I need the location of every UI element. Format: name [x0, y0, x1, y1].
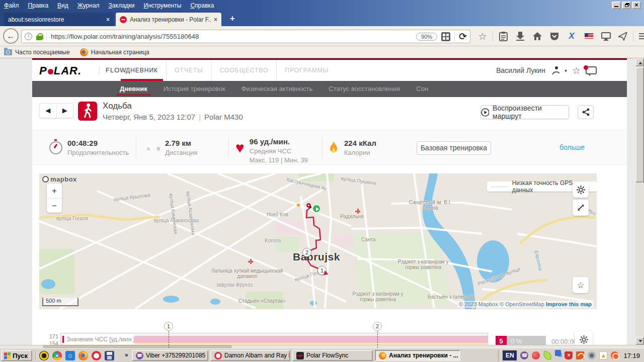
taskbar-button-flowsync[interactable]: Polar FlowSync	[292, 350, 373, 361]
camera-tray-icon[interactable]	[588, 351, 596, 359]
subnav-item[interactable]: Сон	[408, 81, 436, 97]
prev-next-control: ◀ ▶	[39, 103, 73, 118]
nav-дневник[interactable]: ДНЕВНИК	[118, 60, 166, 81]
viber-tray-icon[interactable]: ☎	[520, 351, 528, 359]
lap-marker-1[interactable]: 1	[164, 322, 173, 331]
zoom-in-button[interactable]: +	[47, 184, 62, 198]
menu-item[interactable]: Файл	[4, 2, 19, 9]
bookmark-star-icon[interactable]: ☆	[474, 32, 491, 41]
user-block[interactable]: Василий Лукин ▾ ☆	[496, 60, 597, 81]
taskbar-button-firefox[interactable]: Анализ тренировки - ...	[375, 350, 460, 361]
minimize-button[interactable]	[612, 2, 621, 9]
scroll-down-button[interactable]	[635, 337, 644, 345]
taskbar-clock[interactable]: 17:19	[622, 352, 643, 359]
route-map[interactable]: вуліца Крыловавуліца Гогалявуліца Ламано…	[39, 173, 597, 309]
usb-tray-icon[interactable]	[532, 351, 540, 359]
subnav-item[interactable]: Дневник	[112, 81, 155, 97]
floppy-icon[interactable]	[105, 351, 114, 360]
reload-icon[interactable]: ⟳	[454, 32, 467, 41]
tab-close-icon[interactable]: ×	[106, 16, 110, 23]
zoom-level-badge[interactable]: 90%	[416, 33, 437, 41]
home-icon[interactable]: ⌂	[65, 351, 75, 360]
menu-item[interactable]: Правка	[28, 2, 49, 9]
opera-icon[interactable]	[92, 351, 101, 360]
back-button[interactable]: ←	[3, 28, 19, 44]
display-icon[interactable]	[597, 32, 614, 41]
nav-отчеты[interactable]: ОТЧЕТЫ	[166, 60, 211, 81]
lock-icon[interactable]	[36, 33, 42, 40]
scrollbar-thumb[interactable]	[635, 67, 644, 183]
subnav-item[interactable]: Статус восстановления	[320, 81, 408, 97]
user-name[interactable]: Василий Лукин	[496, 66, 545, 74]
download-icon[interactable]	[512, 32, 529, 41]
chart-legend: Значение ЧСС [уд./мин.]	[61, 334, 135, 344]
notes-icon[interactable]	[495, 31, 512, 41]
leaf-tray-icon[interactable]	[543, 351, 552, 360]
mapbox-logo[interactable]: mapbox	[42, 175, 77, 183]
more-link[interactable]: больше	[559, 143, 585, 151]
zoom-out-button[interactable]: −	[47, 198, 62, 213]
quick-launch-overflow[interactable]: »	[125, 351, 128, 358]
chevron-down-icon[interactable]: ▾	[565, 68, 567, 73]
lap-marker-2[interactable]: 2	[373, 322, 382, 331]
menu-item[interactable]: Вид	[57, 2, 68, 9]
training-benefit-button[interactable]: Базовая тренировка	[417, 141, 491, 155]
hr-chart-strip[interactable]: 171 154 Значение ЧСС [уд./мин.] 12 5 0 %…	[32, 322, 627, 348]
start-button[interactable]: Пуск	[1, 350, 32, 361]
subnav-item[interactable]: История тренировок	[155, 81, 233, 97]
route-play-icon[interactable]	[312, 205, 320, 213]
share-button[interactable]	[578, 105, 594, 119]
map-fullscreen-button[interactable]	[573, 200, 589, 216]
polar-logo[interactable]: PLAR.	[39, 64, 82, 77]
close-button[interactable]: ×	[632, 2, 641, 9]
home-icon[interactable]	[529, 32, 546, 41]
warning-tray-icon[interactable]: ▲	[599, 351, 607, 359]
menu-item[interactable]: Инструменты	[144, 2, 182, 9]
prev-session-button[interactable]: ◀	[40, 104, 56, 118]
tab-sessionrestore[interactable]: about:sessionrestore ×	[4, 13, 114, 26]
new-tab-button[interactable]: +	[226, 14, 238, 23]
notifications-icon[interactable]	[586, 66, 597, 74]
subnav-item[interactable]: Физическая активность	[233, 81, 321, 97]
pocket-icon[interactable]	[546, 32, 563, 41]
url-text[interactable]: https://flow.polar.com/training/analysis…	[46, 33, 416, 40]
shield-tray-icon[interactable]: ×	[565, 351, 573, 359]
firefox-icon[interactable]	[78, 351, 88, 360]
bookmark-frequent[interactable]: Часто посещаемые	[4, 49, 70, 56]
target-tray-icon[interactable]	[611, 351, 619, 359]
info-icon[interactable]: i	[25, 33, 32, 40]
favorites-star-icon[interactable]: ☆	[572, 65, 581, 76]
address-bar[interactable]: i https://flow.polar.com/training/analys…	[21, 30, 470, 43]
taskbar-button-viber[interactable]: ☎Viber +375299201085	[132, 350, 208, 361]
bookmark-homepage[interactable]: Начальная страница	[80, 48, 149, 56]
session-meta: Четверг, Янв 5, 2023 12:07|Polar M430	[103, 113, 243, 121]
menu-item[interactable]: Закладки	[109, 2, 135, 9]
replay-route-button[interactable]: Воспроизвести маршрут	[480, 105, 569, 119]
menu-item[interactable]: Журнал	[77, 2, 100, 9]
menu-item[interactable]: Справка	[190, 2, 214, 9]
restore-button[interactable]	[622, 2, 631, 9]
chrome-icon[interactable]	[52, 351, 62, 360]
tab-polar-analysis[interactable]: Анализ тренировки - Polar F... ×	[116, 13, 221, 26]
send-icon[interactable]	[614, 32, 631, 41]
quick-launch: ⌂	[39, 351, 114, 360]
taskbar-button-opera[interactable]: Damon Albarn and Ray D...	[210, 350, 290, 361]
nav-сообщество[interactable]: СООБЩЕСТВО	[211, 60, 277, 81]
vertical-scrollbar[interactable]	[635, 58, 644, 348]
improve-map-link[interactable]: Improve this map	[546, 301, 592, 307]
x-app-icon[interactable]: X	[563, 31, 580, 41]
tab-close-icon[interactable]: ×	[214, 16, 217, 23]
next-session-button[interactable]: ▶	[56, 104, 73, 118]
scroll-up-button[interactable]	[635, 58, 644, 66]
nav-программы[interactable]: ПРОГРАММЫ	[276, 60, 337, 81]
tiles-icon[interactable]	[441, 32, 450, 41]
us-flag-icon[interactable]	[580, 32, 597, 41]
map-settings-button[interactable]	[573, 182, 589, 198]
menu-icon[interactable]	[635, 32, 644, 41]
viber-icon: ☎	[136, 352, 143, 359]
map-favorite-button[interactable]: ☆	[573, 277, 589, 293]
language-indicator[interactable]: EN	[503, 350, 517, 360]
app-icon[interactable]	[39, 351, 49, 360]
network-tray-icon[interactable]	[555, 350, 561, 356]
guard-tray-icon[interactable]	[576, 351, 584, 359]
